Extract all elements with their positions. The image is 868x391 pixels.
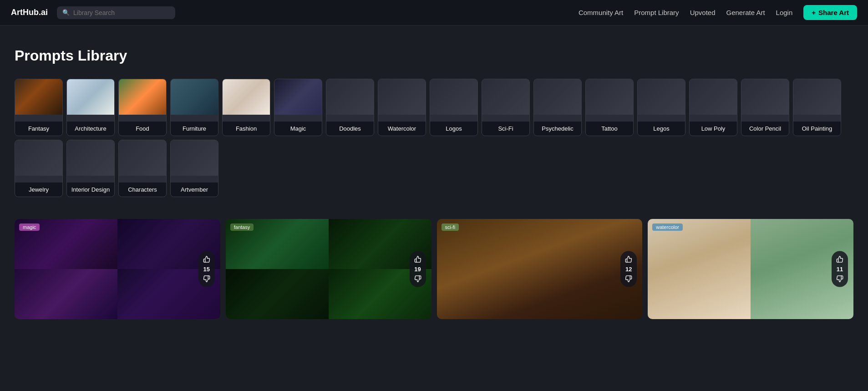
upvote-button[interactable] <box>202 255 211 264</box>
category-label: Jewelry <box>15 183 62 197</box>
gallery-section: magic 15 f <box>15 219 853 319</box>
nav-login[interactable]: Login <box>776 9 793 16</box>
category-card-lowpoly[interactable]: Low Poly <box>689 79 737 136</box>
upvote-button[interactable] <box>835 255 844 264</box>
category-card-psychedelic[interactable]: Psychedelic <box>533 79 582 136</box>
nav-upvoted[interactable]: Upvoted <box>690 9 716 16</box>
gallery-card-magic[interactable]: magic 15 <box>15 219 220 319</box>
header: ArtHub.ai 🔍 Community Art Prompt Library… <box>0 0 868 25</box>
category-card-doodles[interactable]: Doodles <box>326 79 374 136</box>
category-label: Tattoo <box>586 122 633 136</box>
category-label: Architecture <box>67 122 114 136</box>
nav-community-art[interactable]: Community Art <box>579 9 623 16</box>
category-card-magic[interactable]: Magic <box>274 79 322 136</box>
category-card-food[interactable]: Food <box>118 79 167 136</box>
category-card-characters[interactable]: Characters <box>118 140 167 197</box>
category-label: Psychedelic <box>534 122 581 136</box>
category-card-colorpencil[interactable]: Color Pencil <box>741 79 789 136</box>
gallery-card-scifi[interactable]: sci-fi 12 <box>437 219 643 319</box>
category-label: Legos <box>638 122 685 136</box>
gallery-badge-scifi: sci-fi <box>442 223 459 231</box>
category-label: Artvember <box>171 183 218 197</box>
category-label: Low Poly <box>690 122 737 136</box>
category-label: Furniture <box>171 122 218 136</box>
category-card-jewelry[interactable]: Jewelry <box>15 140 63 197</box>
category-label: Fashion <box>223 122 270 136</box>
category-label: Fantasy <box>15 122 62 136</box>
search-icon: 🔍 <box>62 9 70 16</box>
downvote-button[interactable] <box>202 274 211 284</box>
vote-count-magic: 15 <box>203 266 210 273</box>
logo: ArtHub.ai <box>11 8 48 17</box>
category-card-fashion[interactable]: Fashion <box>222 79 270 136</box>
category-card-scifi[interactable]: Sci-Fi <box>482 79 530 136</box>
category-label: Watercolor <box>378 122 426 136</box>
share-art-label: Share Art <box>818 9 849 16</box>
header-left: ArtHub.ai 🔍 <box>11 6 175 19</box>
plus-icon: + <box>812 9 816 16</box>
gallery-badge-magic: magic <box>19 223 40 231</box>
main-nav: Community Art Prompt Library Upvoted Gen… <box>579 5 857 20</box>
gallery-badge-fantasy: fantasy <box>230 223 254 231</box>
gallery-badge-watercolor: watercolor <box>652 223 683 231</box>
gallery-card-watercolor[interactable]: watercolor 11 <box>648 219 853 319</box>
category-card-logos[interactable]: Logos <box>430 79 478 136</box>
category-grid: Fantasy Architecture Food Furniture Fash… <box>15 79 853 197</box>
category-card-tattoo[interactable]: Tattoo <box>585 79 634 136</box>
vote-count-fantasy: 19 <box>414 266 421 273</box>
downvote-button[interactable] <box>413 274 422 284</box>
category-label: Food <box>119 122 166 136</box>
category-label: Oil Painting <box>793 122 841 136</box>
search-bar[interactable]: 🔍 <box>57 6 175 19</box>
category-card-furniture[interactable]: Furniture <box>170 79 218 136</box>
main-content: Prompts Library Fantasy Architecture Foo… <box>0 25 868 334</box>
vote-count-watercolor: 11 <box>837 266 843 273</box>
upvote-button[interactable] <box>624 255 633 264</box>
category-card-legos[interactable]: Legos <box>637 79 685 136</box>
downvote-button[interactable] <box>624 274 633 284</box>
category-card-fantasy[interactable]: Fantasy <box>15 79 63 136</box>
category-label: Color Pencil <box>741 122 789 136</box>
category-label: Sci-Fi <box>482 122 529 136</box>
page-title: Prompts Library <box>15 47 853 64</box>
category-label: Characters <box>119 183 166 197</box>
vote-panel-scifi: 12 <box>620 251 637 287</box>
gallery-grid: magic 15 f <box>15 219 853 319</box>
nav-prompt-library[interactable]: Prompt Library <box>634 9 679 16</box>
category-card-artvember[interactable]: Artvember <box>170 140 218 197</box>
vote-count-scifi: 12 <box>625 266 632 273</box>
category-label: Doodles <box>326 122 374 136</box>
category-card-interior[interactable]: Interior Design <box>66 140 115 197</box>
vote-panel-watercolor: 11 <box>832 251 848 287</box>
category-card-architecture[interactable]: Architecture <box>66 79 115 136</box>
upvote-button[interactable] <box>413 255 422 264</box>
vote-panel-fantasy: 19 <box>410 251 426 287</box>
gallery-card-fantasy[interactable]: fantasy 19 <box>226 219 431 319</box>
downvote-button[interactable] <box>835 274 844 284</box>
category-label: Magic <box>274 122 322 136</box>
category-card-watercolor[interactable]: Watercolor <box>378 79 426 136</box>
vote-panel-magic: 15 <box>198 251 215 287</box>
category-label: Logos <box>430 122 477 136</box>
nav-generate-art[interactable]: Generate Art <box>726 9 765 16</box>
category-card-oilpainting[interactable]: Oil Painting <box>793 79 841 136</box>
share-art-button[interactable]: + Share Art <box>803 5 857 20</box>
search-input[interactable] <box>73 9 170 16</box>
category-label: Interior Design <box>67 183 114 197</box>
